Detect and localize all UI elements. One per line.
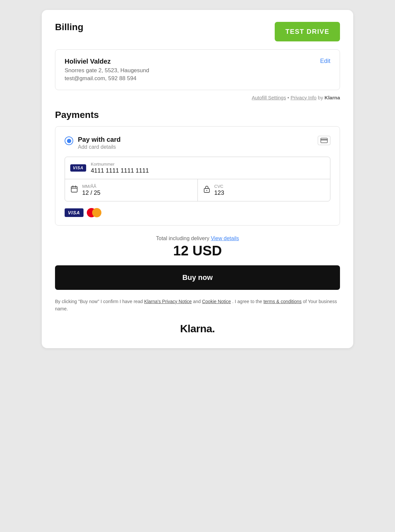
svg-point-7: [206, 190, 207, 191]
expiry-cell: MM/ÅÅ 12 / 25: [65, 179, 198, 201]
buy-now-button[interactable]: Buy now: [55, 265, 340, 290]
autofill-settings-link[interactable]: Autofill Settings: [252, 95, 286, 100]
autofill-separator: •: [287, 95, 290, 100]
card-bottom-row: MM/ÅÅ 12 / 25 CVC 123: [65, 179, 330, 201]
payments-box: Pay with card Add card details VISA Kort…: [55, 126, 340, 226]
pay-method-text: Pay with card Add card details: [78, 136, 121, 150]
pay-method-left: Pay with card Add card details: [65, 136, 121, 150]
privacy-notice-link[interactable]: Klarna's Privacy Notice: [144, 299, 192, 304]
pay-with-card-label: Pay with card: [78, 136, 121, 143]
pay-method-row: Pay with card Add card details: [65, 136, 330, 150]
legal-and: and: [193, 299, 200, 304]
cookie-notice-link[interactable]: Cookie Notice: [202, 299, 231, 304]
svg-rect-0: [321, 138, 327, 143]
billing-title: Billing: [55, 22, 84, 32]
cvc-cell: CVC 123: [198, 179, 330, 201]
header: Billing TEST DRIVE: [55, 22, 340, 41]
view-details-link[interactable]: View details: [211, 236, 239, 241]
card-number-row: VISA Kortnummer 4111 1111 1111 1111: [65, 157, 330, 179]
visa-logo: VISA: [65, 208, 84, 217]
autofill-by-text: by: [318, 95, 324, 100]
total-amount: 12 USD: [55, 243, 340, 259]
pay-card-radio[interactable]: [65, 136, 73, 145]
expiry-label: MM/ÅÅ: [82, 184, 100, 189]
privacy-info-link[interactable]: Privacy Info: [291, 95, 316, 100]
expiry-content: MM/ÅÅ 12 / 25: [82, 184, 100, 196]
legal-text-before: By clicking "Buy now" I confirm I have r…: [55, 299, 143, 304]
billing-info-row: Holiviel Valdez Snorres gate 2, 5523, Ha…: [65, 58, 330, 82]
billing-address: Snorres gate 2, 5523, Haugesund: [65, 67, 149, 74]
main-card: Billing TEST DRIVE Holiviel Valdez Snorr…: [42, 10, 353, 348]
expiry-value[interactable]: 12 / 25: [82, 189, 100, 196]
card-number-content: Kortnummer 4111 1111 1111 1111: [91, 162, 149, 174]
payments-title: Payments: [55, 110, 340, 120]
autofill-klarna-text: Klarna: [324, 95, 340, 100]
klarna-logo: Klarna.: [55, 323, 340, 335]
cvc-content: CVC 123: [214, 184, 224, 196]
billing-name: Holiviel Valdez: [65, 58, 149, 65]
visa-badge-small: VISA: [70, 164, 86, 172]
billing-contact: test@gmail.com, 592 88 594: [65, 75, 149, 82]
cvc-label: CVC: [214, 184, 224, 189]
card-number-value[interactable]: 4111 1111 1111 1111: [91, 167, 149, 174]
total-label-text: Total including delivery: [156, 236, 209, 241]
legal-text-middle: . I agree to the: [232, 299, 262, 304]
cvc-value[interactable]: 123: [214, 189, 224, 196]
legal-text: By clicking "Buy now" I confirm I have r…: [55, 298, 340, 313]
terms-link[interactable]: terms & conditions: [263, 299, 302, 304]
mc-circle-right: [92, 208, 101, 217]
billing-details: Holiviel Valdez Snorres gate 2, 5523, Ha…: [65, 58, 149, 82]
total-label: Total including delivery View details: [55, 236, 340, 241]
svg-rect-1: [321, 139, 327, 140]
autofill-row: Autofill Settings • Privacy Info by Klar…: [55, 95, 340, 100]
radio-inner: [67, 139, 71, 143]
calendar-icon: [70, 185, 78, 195]
card-icon: [318, 136, 330, 145]
card-number-label: Kortnummer: [91, 162, 149, 167]
edit-link[interactable]: Edit: [320, 58, 330, 65]
card-logos: VISA: [65, 208, 330, 217]
add-card-details-label: Add card details: [78, 144, 121, 150]
test-drive-button[interactable]: TEST DRIVE: [275, 22, 340, 41]
billing-info-box: Holiviel Valdez Snorres gate 2, 5523, Ha…: [55, 49, 340, 90]
mastercard-logo: [87, 208, 101, 217]
total-section: Total including delivery View details 12…: [55, 236, 340, 259]
card-fields: VISA Kortnummer 4111 1111 1111 1111: [65, 157, 330, 201]
svg-rect-2: [71, 186, 77, 192]
lock-icon: [203, 185, 210, 195]
